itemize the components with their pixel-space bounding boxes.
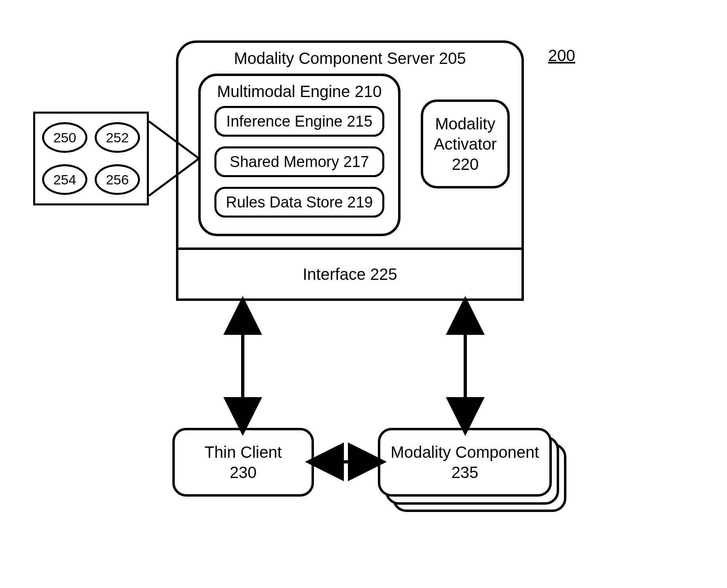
shared-memory-box: Shared Memory 217 [214,146,384,177]
engine-title: Multimodal Engine 210 [201,82,398,101]
modality-component-line2: 235 [451,462,479,482]
modality-component-box: Modality Component 235 [378,428,552,497]
server-title: Modality Component Server 205 [178,49,521,68]
callout-oval-256: 256 [95,164,140,195]
callout-oval-252: 252 [95,122,140,153]
inference-engine-label: Inference Engine 215 [226,113,372,130]
interface-label: Interface 225 [303,265,397,283]
inference-engine-box: Inference Engine 215 [214,106,384,137]
interface-box: Interface 225 [176,247,524,301]
modality-component-line1: Modality Component [391,442,539,462]
modality-activator-box: Modality Activator 220 [421,99,510,188]
diagram-canvas: 200 Interface 225 Modality Component Ser… [0,0,727,588]
figure-number: 200 [548,47,575,65]
thin-client-line1: Thin Client [204,442,282,462]
thin-client-line2: 230 [230,462,257,482]
rules-data-store-box: Rules Data Store 219 [214,187,384,218]
activator-line2: Activator [434,134,497,154]
callout-250: 250 [53,130,76,146]
activator-line3: 220 [452,154,479,174]
callout-256: 256 [106,172,129,188]
activator-line1: Modality [435,114,496,134]
rules-data-store-label: Rules Data Store 219 [226,194,373,211]
callout-252: 252 [106,130,129,146]
shared-memory-label: Shared Memory 217 [230,153,369,171]
callout-oval-250: 250 [42,122,87,153]
callout-254: 254 [53,172,76,188]
callout-oval-254: 254 [42,164,87,195]
thin-client-box: Thin Client 230 [172,428,314,497]
